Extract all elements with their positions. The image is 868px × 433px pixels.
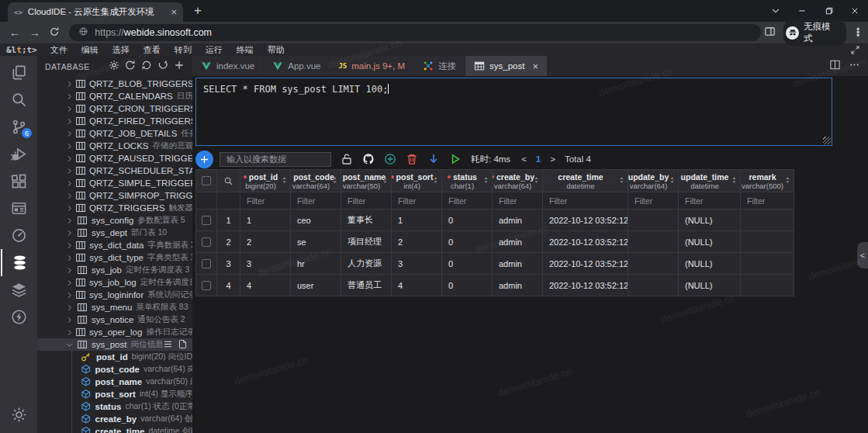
- search-icon[interactable]: [1, 86, 36, 113]
- settings-gear-icon[interactable]: [1, 401, 36, 428]
- layers-icon[interactable]: [1, 276, 36, 303]
- tree-item-sys_job_log[interactable]: sys_job_log 定时任务调度日志表 0: [37, 276, 192, 289]
- chevron-right-icon[interactable]: [65, 142, 74, 151]
- window-close-button[interactable]: [842, 0, 868, 22]
- more-actions-icon[interactable]: [849, 59, 860, 74]
- window-maximize-button[interactable]: [815, 0, 842, 22]
- menu-item[interactable]: 编辑: [74, 44, 105, 56]
- filter-input-create_time[interactable]: [543, 192, 628, 209]
- tree-item-QRTZ_SCHEDULER_STATE[interactable]: QRTZ_SCHEDULER_STATE 调度器状...: [37, 165, 192, 177]
- files-icon[interactable]: [1, 59, 36, 86]
- grid-cell[interactable]: 2022-10-12 03:52:12: [543, 275, 628, 296]
- filter-input-update_by[interactable]: [628, 192, 678, 209]
- tree-item-sys_post[interactable]: sys_post 岗位信息表 4: [37, 338, 192, 351]
- trash-icon[interactable]: [406, 153, 418, 165]
- page-number[interactable]: 1: [536, 154, 541, 164]
- grid-cell[interactable]: admin: [493, 253, 543, 275]
- filter-input-post_name[interactable]: [341, 192, 391, 209]
- filter-input-post_id[interactable]: [240, 192, 290, 209]
- grid-cell[interactable]: 0: [442, 275, 493, 296]
- sql-editor[interactable]: SELECT * FROM sys_post LIMIT 100;: [195, 78, 832, 146]
- column-header-post_code[interactable]: post_code varchar(64): [291, 169, 341, 192]
- grid-cell[interactable]: 1: [240, 210, 291, 231]
- menu-item[interactable]: 选择: [105, 44, 137, 56]
- grid-cell[interactable]: 2022-10-12 03:52:12: [543, 210, 628, 231]
- column-header-update_time[interactable]: update_time datetime: [679, 169, 741, 192]
- grid-cell[interactable]: 2: [240, 231, 291, 253]
- browser-window-icon[interactable]: [1, 195, 36, 222]
- sort-icon[interactable]: [668, 176, 676, 186]
- editor-tab-0[interactable]: index.vue: [192, 56, 263, 76]
- tree-item-sys_oper_log[interactable]: sys_oper_log 操作日志记录 0: [37, 326, 192, 338]
- column-header-create_time[interactable]: create_time datetime: [543, 169, 628, 192]
- prev-page-button[interactable]: <: [521, 154, 527, 164]
- column-header-remark[interactable]: remark varchar(500): [741, 169, 794, 192]
- menu-item[interactable]: 文件: [43, 44, 74, 56]
- filter-input-post_code[interactable]: [291, 192, 341, 209]
- history-icon[interactable]: [141, 60, 152, 74]
- reload-button[interactable]: [47, 26, 64, 40]
- sort-icon[interactable]: [482, 176, 490, 186]
- tree-item-sys_logininfor[interactable]: sys_logininfor 系统访问记录 6: [37, 289, 192, 301]
- add-circle-icon[interactable]: [384, 153, 396, 165]
- panel-collapse-handle[interactable]: <: [857, 242, 868, 268]
- menu-item[interactable]: 终端: [230, 44, 261, 56]
- unlock-icon[interactable]: [341, 153, 353, 165]
- chevron-right-icon[interactable]: [65, 130, 74, 138]
- grid-cell[interactable]: [628, 210, 679, 231]
- filter-input-post_sort[interactable]: [392, 192, 441, 209]
- sort-icon[interactable]: [532, 176, 541, 186]
- chevron-down-icon[interactable]: [65, 341, 75, 349]
- grid-cell[interactable]: [741, 253, 794, 275]
- browser-menu-icon[interactable]: •••: [854, 28, 862, 37]
- tree-item-QRTZ_FIRED_TRIGGERS[interactable]: QRTZ_FIRED_TRIGGERS 已触发的触...: [37, 115, 192, 127]
- column-header-post_id[interactable]: post_id bigint(20): [240, 169, 291, 192]
- sort-icon[interactable]: [381, 176, 389, 186]
- tree-column-create_time[interactable]: create_time datetime 创建时间: [37, 425, 192, 433]
- grid-cell[interactable]: 人力资源: [341, 253, 392, 275]
- editor-tab-4[interactable]: sys_post ×: [465, 56, 547, 76]
- split-editor-icon[interactable]: [829, 59, 841, 74]
- chevron-right-icon[interactable]: [65, 204, 74, 213]
- grid-search-icon[interactable]: [217, 169, 240, 192]
- grid-cell[interactable]: se: [291, 231, 341, 253]
- tree-item-sys_menu[interactable]: sys_menu 菜单权限表 83: [37, 301, 192, 313]
- back-button[interactable]: ←: [6, 26, 23, 39]
- row-checkbox[interactable]: [195, 275, 217, 296]
- chevron-right-icon[interactable]: [65, 266, 75, 275]
- database-icon[interactable]: [1, 249, 36, 276]
- address-bar[interactable]: https://webide.sinosoft.com: [69, 24, 761, 41]
- tree-item-sys_config[interactable]: sys_config 参数配置表 5: [37, 214, 192, 227]
- grid-cell[interactable]: 0: [442, 231, 493, 253]
- column-header-update_by[interactable]: update_by varchar(64): [628, 169, 679, 192]
- new-query-icon[interactable]: [178, 339, 188, 351]
- column-header-post_sort[interactable]: post_sort int(4): [392, 169, 442, 192]
- gauge-icon[interactable]: [1, 222, 36, 249]
- grid-cell[interactable]: 1: [392, 210, 442, 231]
- refresh-icon[interactable]: [157, 60, 168, 74]
- grid-cell[interactable]: 2022-10-12 03:52:12: [543, 231, 628, 253]
- sync-icon[interactable]: [125, 60, 136, 74]
- chevron-right-icon[interactable]: [65, 279, 74, 287]
- menu-item[interactable]: 查看: [137, 44, 168, 56]
- column-header-create_by[interactable]: create_by varchar(64): [493, 169, 543, 192]
- chevron-right-icon[interactable]: [65, 105, 74, 113]
- site-info-icon[interactable]: [78, 26, 88, 39]
- search-input[interactable]: [220, 152, 331, 167]
- chevron-right-icon[interactable]: [65, 80, 74, 88]
- grid-cell[interactable]: [628, 275, 679, 296]
- grid-cell[interactable]: user: [291, 275, 341, 296]
- sort-icon[interactable]: [431, 176, 440, 186]
- fullscreen-icon[interactable]: [850, 45, 868, 55]
- filter-input-remark[interactable]: [741, 192, 794, 209]
- tree-column-create_by[interactable]: create_by varchar(64) 创建者: [37, 413, 192, 425]
- sort-icon[interactable]: [330, 176, 339, 186]
- grid-cell[interactable]: ceo: [291, 210, 341, 231]
- tree-item-QRTZ_JOB_DETAILS[interactable]: QRTZ_JOB_DETAILS 任务详细信息...: [37, 127, 192, 140]
- grid-cell[interactable]: 0: [442, 253, 493, 275]
- grid-cell[interactable]: 2: [392, 231, 442, 253]
- grid-cell[interactable]: (NULL): [679, 210, 741, 231]
- grid-cell[interactable]: 3: [240, 253, 291, 275]
- tree-item-sys_dict_type[interactable]: sys_dict_type 字典类型表 10: [37, 251, 192, 264]
- grid-cell[interactable]: 4: [240, 275, 291, 296]
